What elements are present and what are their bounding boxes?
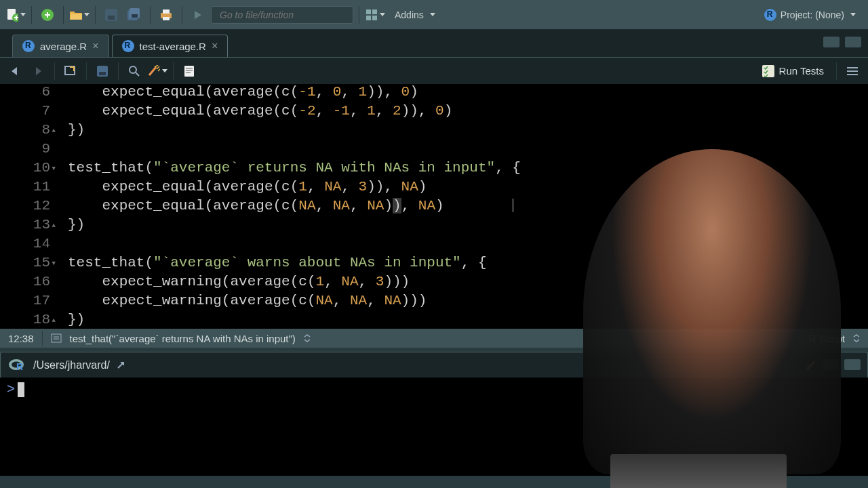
line-number: 16 (0, 274, 54, 293)
line-code: }) (54, 122, 85, 141)
console-maximize-icon[interactable] (844, 359, 861, 370)
scope-label[interactable]: test_that("`average` returns NA with NAs… (70, 333, 296, 344)
svg-rect-8 (108, 16, 115, 20)
line-number: 9 (0, 141, 54, 160)
svg-rect-17 (366, 16, 371, 20)
code-line-6[interactable]: 6 expect_equal(average(c(-1, 0, 1)), 0) (0, 84, 868, 103)
compile-report-button[interactable] (179, 61, 199, 81)
cursor-position: 12:38 (8, 333, 34, 344)
svg-rect-27 (186, 72, 191, 73)
r-file-icon (22, 40, 35, 52)
svg-rect-21 (99, 72, 106, 75)
line-number: 8▲ (0, 122, 54, 141)
find-button[interactable] (124, 61, 144, 81)
console-cursor (18, 382, 24, 397)
tab-label: average.R (40, 41, 87, 52)
close-tab-icon[interactable]: × (92, 40, 98, 52)
minimize-pane-icon[interactable] (823, 37, 840, 47)
scope-updown-icon[interactable] (304, 334, 311, 342)
addins-label: Addins (395, 9, 424, 20)
presenter-laptop (610, 454, 787, 488)
tab-label: test-average.R (140, 41, 206, 52)
line-code: }) (54, 217, 85, 236)
save-all-button[interactable] (124, 5, 144, 25)
open-file-button[interactable] (69, 5, 90, 25)
console-prompt: > (7, 382, 15, 397)
code-tools-button[interactable] (147, 61, 167, 81)
svg-rect-16 (372, 9, 377, 14)
svg-rect-25 (186, 68, 193, 69)
svg-rect-18 (372, 16, 377, 20)
line-code: test_that("`average` returns NA with NAs… (54, 160, 521, 179)
close-tab-icon[interactable]: × (212, 40, 218, 52)
line-code: }) (54, 312, 85, 329)
line-number: 13▲ (0, 217, 54, 236)
new-project-button[interactable] (37, 5, 58, 25)
line-number: 18▲ (0, 312, 54, 329)
console-path: /Users/jharvard/ (33, 359, 110, 371)
save-file-button[interactable] (92, 61, 113, 81)
scope-icon (51, 333, 62, 343)
new-file-button[interactable] (5, 5, 26, 25)
path-arrow-icon[interactable] (117, 361, 127, 370)
tab-1[interactable]: test-average.R × (112, 35, 229, 57)
maximize-pane-icon[interactable] (845, 37, 861, 47)
svg-text:R: R (16, 361, 23, 372)
nav-fwd-button[interactable] (28, 61, 49, 81)
svg-rect-15 (366, 9, 371, 14)
svg-rect-14 (163, 17, 170, 20)
addins-button[interactable]: Addins (388, 5, 442, 25)
print-button[interactable] (156, 5, 176, 25)
line-number: 11 (0, 179, 54, 198)
goto-file-input[interactable] (211, 6, 353, 24)
line-code: test_that("`average` warns about NAs in … (54, 255, 487, 274)
save-button[interactable] (101, 5, 121, 25)
code-line-7[interactable]: 7 expect_equal(average(c(-2, -1, 1, 2)),… (0, 103, 868, 122)
checklist-icon (762, 65, 774, 77)
svg-rect-13 (163, 9, 170, 14)
presenter-video-overlay (583, 149, 841, 474)
svg-line-23 (136, 73, 139, 76)
r-logo-icon (764, 9, 776, 21)
editor-tab-row: average.R × test-average.R × (0, 30, 868, 57)
outline-button[interactable] (842, 61, 863, 81)
svg-rect-26 (186, 70, 193, 71)
line-code: expect_equal(average(c(-2, -1, 1, 2)), 0… (54, 103, 452, 122)
svg-point-22 (130, 66, 136, 73)
show-in-new-window-button[interactable] (60, 61, 81, 81)
r-console-icon: R (7, 357, 26, 373)
tab-0[interactable]: average.R × (12, 35, 109, 57)
line-code: expect_warning(average(c(1, NA, 3))) (54, 274, 410, 293)
line-code: expect_equal(average(c(-1, 0, 1)), 0) (54, 84, 418, 103)
line-number: 17 (0, 293, 54, 312)
r-file-icon (122, 40, 134, 52)
svg-rect-24 (184, 66, 194, 77)
svg-rect-6 (47, 12, 48, 18)
code-line-8[interactable]: 8▲ }) (0, 122, 868, 141)
svg-rect-32 (52, 334, 61, 342)
line-number: 14 (0, 236, 54, 255)
line-number: 6 (0, 84, 54, 103)
line-number: 10▼ (0, 160, 54, 179)
main-toolbar: Addins Project: (None) (0, 0, 868, 30)
editor-subtoolbar: Run Tests (0, 57, 868, 84)
line-number: 15▼ (0, 255, 54, 274)
line-code: expect_equal(average(c(1, NA, 3)), NA) (54, 179, 427, 198)
run-tests-button[interactable]: Run Tests (755, 65, 831, 77)
lang-updown-icon[interactable] (853, 334, 860, 342)
line-number: 12 (0, 198, 54, 217)
line-code: expect_warning(average(c(NA, NA, NA))) (54, 293, 427, 312)
run-tests-label: Run Tests (779, 65, 824, 77)
project-menu[interactable]: Project: (None) (757, 5, 863, 25)
grid-view-button[interactable] (365, 5, 385, 25)
project-label: Project: (None) (781, 9, 844, 20)
svg-rect-3 (16, 16, 17, 20)
line-code (54, 141, 68, 160)
line-code (54, 236, 68, 255)
nav-back-button[interactable] (5, 61, 26, 81)
svg-rect-28 (762, 65, 774, 77)
line-number: 7 (0, 103, 54, 122)
goto-run-button[interactable] (188, 5, 208, 25)
svg-rect-11 (132, 14, 138, 18)
line-code: expect_equal(average(c(NA, NA, NA)), NA) (54, 198, 513, 217)
